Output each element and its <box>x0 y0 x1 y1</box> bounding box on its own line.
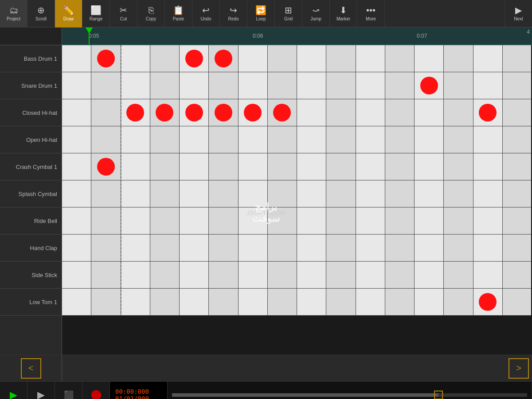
grid-cell-ride-bell-14[interactable] <box>473 207 503 234</box>
grid-cell-crash-cymbal-1-2[interactable] <box>121 153 150 180</box>
play-outline-button[interactable]: ▶ <box>27 382 55 399</box>
grid-cell-snare-drum-1-1[interactable] <box>91 72 121 99</box>
grid-cell-bass-drum-1-10[interactable] <box>356 45 385 72</box>
grid-cell-open-hihat-6[interactable] <box>239 126 268 153</box>
toolbar-btn-more[interactable]: •••More <box>357 0 385 27</box>
grid-cell-splash-cymbal-2[interactable] <box>121 180 150 207</box>
grid-cell-side-stick-11[interactable] <box>385 262 415 288</box>
toolbar-btn-undo[interactable]: ↩Undo <box>192 0 220 27</box>
grid-cell-closed-hihat-3[interactable] <box>150 99 180 126</box>
grid-cell-bass-drum-1-4[interactable] <box>180 45 209 72</box>
grid-cell-crash-cymbal-1-4[interactable] <box>180 153 209 180</box>
grid-cell-bass-drum-1-9[interactable] <box>326 45 356 72</box>
record-button[interactable] <box>82 382 110 399</box>
grid-cell-closed-hihat-13[interactable] <box>444 99 473 126</box>
grid-cell-ride-bell-9[interactable] <box>326 207 356 234</box>
grid-cell-splash-cymbal-0[interactable] <box>62 180 91 207</box>
grid-cell-side-stick-1[interactable] <box>91 262 121 288</box>
grid-cell-open-hihat-2[interactable] <box>121 126 150 153</box>
grid-cell-side-stick-4[interactable] <box>180 262 209 288</box>
grid-row-snare-drum-1[interactable] <box>62 72 532 99</box>
grid-cell-crash-cymbal-1-12[interactable] <box>415 153 444 180</box>
grid-cell-open-hihat-8[interactable] <box>297 126 326 153</box>
grid-cell-crash-cymbal-1-0[interactable] <box>62 153 91 180</box>
grid-cell-snare-drum-1-14[interactable] <box>473 72 503 99</box>
grid-cell-closed-hihat-14[interactable] <box>473 99 503 126</box>
grid-cell-ride-bell-0[interactable] <box>62 207 91 234</box>
stop-button[interactable]: ⬛ <box>55 382 82 399</box>
grid-cell-snare-drum-1-7[interactable] <box>268 72 297 99</box>
grid-cell-closed-hihat-7[interactable] <box>268 99 297 126</box>
grid-cell-low-tom-1-3[interactable] <box>150 289 180 315</box>
grid-cell-crash-cymbal-1-14[interactable] <box>473 153 503 180</box>
grid-cell-side-stick-3[interactable] <box>150 262 180 288</box>
toolbar-btn-redo[interactable]: ↪Redo <box>220 0 247 27</box>
grid-cell-open-hihat-3[interactable] <box>150 126 180 153</box>
grid-cell-ride-bell-15[interactable] <box>503 207 532 234</box>
grid-cell-closed-hihat-5[interactable] <box>209 99 238 126</box>
grid-cell-splash-cymbal-6[interactable] <box>239 180 268 207</box>
grid-cell-bass-drum-1-6[interactable] <box>239 45 268 72</box>
grid-cell-open-hihat-9[interactable] <box>326 126 356 153</box>
grid-cell-snare-drum-1-5[interactable] <box>209 72 238 99</box>
grid-container[interactable]: 0:050:060:074 <box>62 27 532 355</box>
grid-cell-low-tom-1-2[interactable] <box>121 289 150 315</box>
grid-cell-side-stick-10[interactable] <box>356 262 385 288</box>
grid-cell-low-tom-1-4[interactable] <box>180 289 209 315</box>
grid-cell-low-tom-1-0[interactable] <box>62 289 91 315</box>
toolbar-btn-copy[interactable]: ⎘Copy <box>137 0 165 27</box>
grid-cell-low-tom-1-12[interactable] <box>415 289 444 315</box>
grid-cell-hand-clap-9[interactable] <box>326 235 356 261</box>
grid-cell-crash-cymbal-1-7[interactable] <box>268 153 297 180</box>
grid-cell-bass-drum-1-2[interactable] <box>121 45 150 72</box>
grid-cell-bass-drum-1-3[interactable] <box>150 45 180 72</box>
grid-cell-splash-cymbal-4[interactable] <box>180 180 209 207</box>
grid-cell-hand-clap-2[interactable] <box>121 235 150 261</box>
grid-cell-splash-cymbal-8[interactable] <box>297 180 326 207</box>
grid-cell-splash-cymbal-13[interactable] <box>444 180 473 207</box>
grid-cell-snare-drum-1-0[interactable] <box>62 72 91 99</box>
grid-cell-hand-clap-13[interactable] <box>444 235 473 261</box>
progress-bar[interactable] <box>168 382 532 399</box>
grid-cell-ride-bell-4[interactable] <box>180 207 209 234</box>
toolbar-btn-scroll[interactable]: ⊕Scroll <box>27 0 55 27</box>
grid-cell-side-stick-7[interactable] <box>268 262 297 288</box>
grid-cell-snare-drum-1-12[interactable] <box>415 72 444 99</box>
grid-cell-closed-hihat-9[interactable] <box>326 99 356 126</box>
grid-cell-splash-cymbal-12[interactable] <box>415 180 444 207</box>
grid-cell-open-hihat-0[interactable] <box>62 126 91 153</box>
grid-cell-hand-clap-14[interactable] <box>473 235 503 261</box>
grid-cell-splash-cymbal-15[interactable] <box>503 180 532 207</box>
grid-cell-snare-drum-1-11[interactable] <box>385 72 415 99</box>
toolbar-btn-range[interactable]: ⬜Range <box>82 0 110 27</box>
toolbar-btn-cut[interactable]: ✂Cut <box>110 0 137 27</box>
grid-cell-side-stick-2[interactable] <box>121 262 150 288</box>
grid-cell-bass-drum-1-15[interactable] <box>503 45 532 72</box>
grid-cell-closed-hihat-10[interactable] <box>356 99 385 126</box>
grid-cell-ride-bell-5[interactable] <box>209 207 238 234</box>
grid-cell-low-tom-1-13[interactable] <box>444 289 473 315</box>
grid-cell-crash-cymbal-1-3[interactable] <box>150 153 180 180</box>
grid-row-bass-drum-1[interactable] <box>62 45 532 72</box>
grid-cell-open-hihat-4[interactable] <box>180 126 209 153</box>
grid-cell-side-stick-9[interactable] <box>326 262 356 288</box>
grid-row-closed-hihat[interactable] <box>62 99 532 126</box>
grid-cell-ride-bell-1[interactable] <box>91 207 121 234</box>
grid-row-side-stick[interactable] <box>62 262 532 289</box>
grid-cell-bass-drum-1-0[interactable] <box>62 45 91 72</box>
grid-cell-crash-cymbal-1-1[interactable] <box>91 153 121 180</box>
grid-cell-splash-cymbal-5[interactable] <box>209 180 238 207</box>
toolbar-btn-next[interactable]: ▶Next <box>505 0 532 27</box>
grid-cell-open-hihat-15[interactable] <box>503 126 532 153</box>
grid-cell-low-tom-1-6[interactable] <box>239 289 268 315</box>
grid-cell-hand-clap-7[interactable] <box>268 235 297 261</box>
grid-row-crash-cymbal-1[interactable] <box>62 153 532 180</box>
grid-cell-closed-hihat-4[interactable] <box>180 99 209 126</box>
grid-cell-bass-drum-1-8[interactable] <box>297 45 326 72</box>
grid-cell-side-stick-12[interactable] <box>415 262 444 288</box>
grid-cell-hand-clap-8[interactable] <box>297 235 326 261</box>
grid-cell-snare-drum-1-10[interactable] <box>356 72 385 99</box>
toolbar-btn-jump[interactable]: ⤻Jump <box>302 0 330 27</box>
grid-cell-snare-drum-1-13[interactable] <box>444 72 473 99</box>
grid-cell-open-hihat-7[interactable] <box>268 126 297 153</box>
